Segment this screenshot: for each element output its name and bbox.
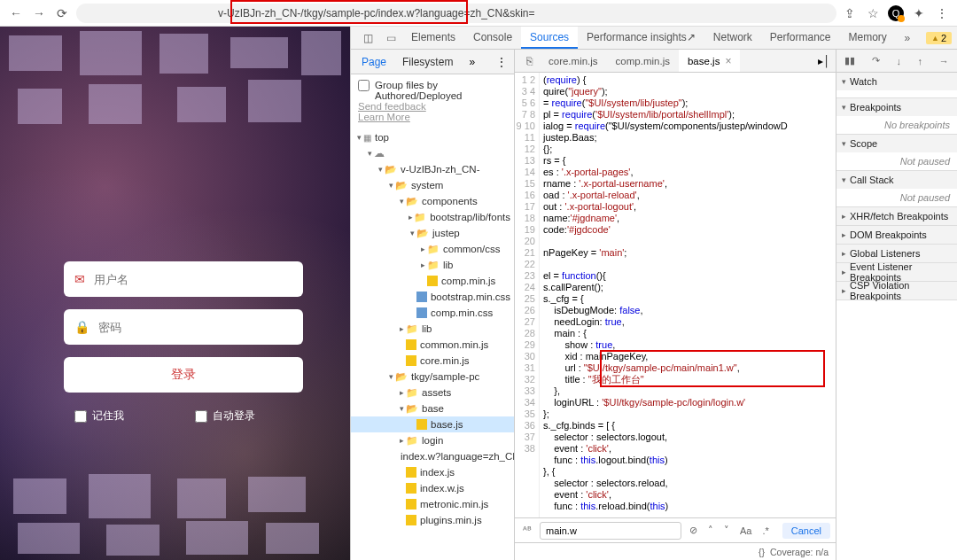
regex-icon[interactable]: .* [759, 525, 771, 536]
username-input[interactable] [94, 273, 292, 286]
step-into-icon[interactable]: ↓ [896, 56, 901, 66]
line-gutter: 1 2 3 4 5 6 7 8 9 10 11 12 13 14 15 16 1… [515, 73, 540, 517]
tree-item[interactable]: base.js [351, 416, 514, 432]
remember-checkbox[interactable]: 记住我 [74, 408, 124, 424]
cancel-button[interactable]: Cancel [782, 523, 830, 539]
tab-network[interactable]: Network [704, 27, 761, 49]
login-button[interactable]: 登录 [64, 357, 303, 393]
forward-icon[interactable]: → [30, 4, 48, 22]
tree-item[interactable]: ▸lib [351, 321, 514, 337]
tab-console[interactable]: Console [464, 27, 521, 49]
bookmark-icon[interactable]: ☆ [865, 5, 881, 21]
format-icon[interactable]: {} [759, 547, 765, 557]
tree-item[interactable]: metronic.min.js [351, 496, 514, 512]
nav-tab-filesystem[interactable]: Filesystem [399, 54, 456, 70]
debugger-controls: ▮▮ ↷ ↓ ↑ → [836, 50, 957, 73]
search-next-icon[interactable]: ˅ [721, 525, 732, 536]
tree-item[interactable]: ▾components [351, 193, 514, 209]
autologin-checkbox[interactable]: 自动登录 [195, 408, 255, 424]
tree-item[interactable]: ▸lib [351, 257, 514, 273]
search-bar: ᴬᴮ ⊘ ˄ ˅ Aa .* Cancel [515, 517, 836, 542]
tree-item[interactable]: comp.min.css [351, 305, 514, 321]
search-scope-icon[interactable]: ᴬᴮ [520, 525, 534, 536]
url-bar[interactable]: v-UzIBJn-zh_CN-/tkgy/sample-pc/index.w?l… [76, 4, 836, 23]
extensions-icon[interactable]: ✦ [911, 5, 927, 21]
password-field[interactable]: 🔒 [64, 309, 303, 345]
status-bar: {} Coverage: n/a [515, 542, 836, 560]
file-tab-core[interactable]: core.min.js [540, 50, 607, 72]
tree-item[interactable]: index.w?language=zh_CN [351, 448, 514, 464]
learn-more-link[interactable]: Learn More [358, 112, 507, 122]
device-icon[interactable]: ▭ [379, 27, 402, 49]
tree-item[interactable]: ▸common/css [351, 241, 514, 257]
folder-open-icon [395, 180, 408, 191]
step-out-icon[interactable]: ↑ [918, 56, 923, 66]
dbg-section-header[interactable]: XHR/fetch Breakpoints [836, 207, 957, 225]
pause-icon[interactable]: ▮▮ [844, 55, 855, 66]
tree-item[interactable]: core.min.js [351, 353, 514, 369]
nav-tab-page[interactable]: Page [358, 54, 390, 70]
inspect-icon[interactable]: ◫ [356, 27, 379, 49]
file-tab-comp[interactable]: comp.min.js [607, 50, 679, 72]
js-icon [406, 499, 416, 509]
js-icon [406, 467, 416, 478]
tab-memory[interactable]: Memory [840, 27, 896, 49]
more-tabs-icon[interactable]: » [896, 27, 919, 49]
code-editor[interactable]: 1 2 3 4 5 6 7 8 9 10 11 12 13 14 15 16 1… [515, 73, 836, 517]
tree-item[interactable]: ▾v-UzIBJn-zh_CN- [351, 161, 514, 177]
tree-item[interactable]: ▾ [351, 145, 514, 161]
username-field[interactable]: ✉ [64, 261, 303, 297]
tree-item[interactable]: ▾base [351, 401, 514, 416]
dbg-section-header[interactable]: Watch [836, 73, 957, 90]
tree-item[interactable]: comp.min.js [351, 273, 514, 289]
tree-item[interactable]: common.min.js [351, 337, 514, 353]
tree-item[interactable]: ▸assets [351, 385, 514, 401]
warning-badge[interactable]: 2 [926, 32, 952, 44]
dbg-section-header[interactable]: DOM Breakpoints [836, 226, 957, 244]
tree-item[interactable]: ▾top [351, 129, 514, 145]
overflow-icon[interactable]: ⋮ [934, 5, 950, 21]
clear-search-icon[interactable]: ⊘ [687, 525, 700, 536]
tree-item[interactable]: bootstrap.min.css [351, 289, 514, 305]
js-icon [416, 419, 427, 430]
group-label: Group files by Authored/Deployed [375, 80, 507, 101]
breakpoint-toggle-icon[interactable]: ▸│ [813, 50, 836, 72]
match-case-icon[interactable]: Aa [737, 525, 754, 536]
tree-item[interactable]: plugins.min.js [351, 512, 514, 528]
step-over-icon[interactable]: ↷ [872, 55, 880, 66]
search-input[interactable] [540, 522, 681, 540]
group-checkbox[interactable] [358, 80, 370, 91]
step-icon[interactable]: → [939, 56, 949, 66]
tab-performance[interactable]: Performance [761, 27, 840, 49]
tab-elements[interactable]: Elements [402, 27, 464, 49]
send-feedback-link[interactable]: Send feedback [358, 101, 507, 112]
tree-item[interactable]: ▸bootstrap/lib/fonts [351, 209, 514, 225]
password-input[interactable] [98, 321, 292, 334]
dbg-section-header[interactable]: Event Listener Breakpoints [836, 263, 957, 281]
dbg-section-header[interactable]: Call Stack [836, 171, 957, 189]
search-prev-icon[interactable]: ˄ [705, 525, 716, 536]
close-icon[interactable]: × [725, 55, 731, 67]
tree-item[interactable]: ▾system [351, 177, 514, 193]
js-icon [406, 339, 416, 350]
tree-item[interactable]: ▾tkgy/sample-pc [351, 369, 514, 385]
tree-item[interactable]: ▸login [351, 432, 514, 448]
extension-icon[interactable]: Q [888, 5, 904, 21]
dbg-section-header[interactable]: Breakpoints [836, 98, 957, 116]
dbg-section-header[interactable]: CSP Violation Breakpoints [836, 282, 957, 299]
tree-item[interactable]: ▾justep [351, 225, 514, 241]
file-tab-base[interactable]: base.js× [679, 50, 740, 72]
dbg-section-header[interactable]: Global Listeners [836, 245, 957, 262]
tab-sources[interactable]: Sources [521, 27, 578, 49]
share-icon[interactable]: ⇪ [842, 5, 858, 21]
tab-perf-insights[interactable]: Performance insights ↗ [578, 27, 704, 49]
js-icon [427, 276, 438, 286]
nav-menu-icon[interactable]: ⋮ [496, 56, 507, 68]
reload-icon[interactable]: ⟳ [53, 4, 71, 22]
tree-item[interactable]: index.w.js [351, 480, 514, 496]
nav-more-icon[interactable]: » [469, 56, 475, 68]
tree-item[interactable]: index.js [351, 464, 514, 480]
back-icon[interactable]: ← [7, 4, 25, 22]
dbg-section-header[interactable]: Scope [836, 135, 957, 152]
file-tabs-left-icon[interactable]: ⎘ [518, 50, 540, 72]
